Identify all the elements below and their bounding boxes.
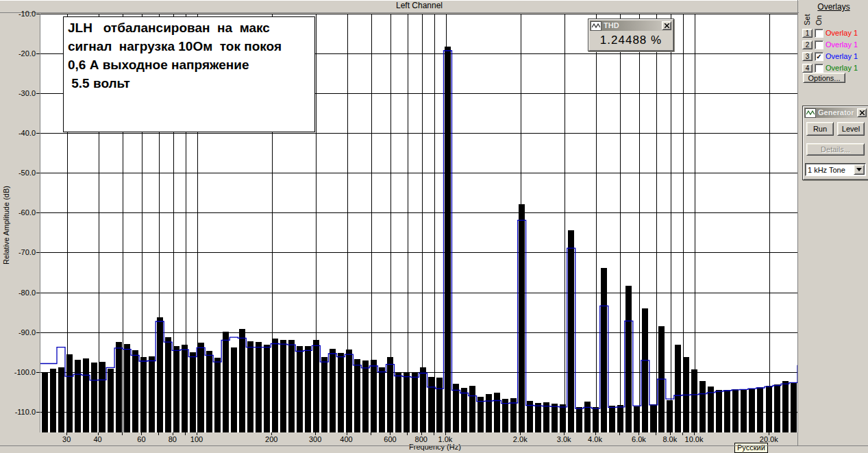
x-tick-mark — [185, 432, 186, 435]
y-tick-mark — [36, 252, 40, 253]
y-tick-mark — [36, 412, 40, 413]
y-tick-label: -20.0 — [7, 50, 36, 58]
generator-title-bar[interactable]: Generator — [804, 108, 867, 118]
thd-title-bar[interactable]: THD — [590, 21, 672, 31]
y-tick-mark — [36, 212, 40, 213]
x-tick-label: 3.0k — [557, 435, 571, 443]
generator-window: Generator Run Level Details... 1 kHz Ton… — [802, 106, 868, 180]
annotation-text-box: JLH отбалансирован на макс сигнал нагруз… — [63, 16, 315, 132]
overlay-set-button-3[interactable]: 3 — [802, 52, 813, 61]
overlay-row: 3✓Overlay 1 — [802, 51, 868, 61]
y-tick-label: -110.0 — [7, 408, 36, 416]
chevron-down-icon[interactable] — [854, 164, 865, 175]
channel-title: Left Channel — [356, 1, 443, 10]
y-tick-label: -30.0 — [7, 90, 36, 97]
thd-window-title: THD — [604, 21, 660, 30]
thd-value: 1.24488 % — [588, 32, 673, 49]
overlay-label: Overlay 1 — [826, 29, 858, 37]
overlay-row: 4Overlay 1 — [802, 63, 868, 73]
generator-window-title: Generator — [818, 108, 855, 117]
overlay-set-button-1[interactable]: 1 — [802, 29, 813, 38]
details-button[interactable]: Details... — [806, 143, 865, 156]
overlays-panel-title: Overlays — [799, 2, 868, 12]
overlay-set-button-2[interactable]: 2 — [802, 40, 813, 49]
overlay-label: Overlay 1 — [826, 52, 858, 60]
y-tick-label: -90.0 — [7, 329, 36, 336]
y-tick-label: -80.0 — [7, 289, 36, 297]
waveform-icon — [591, 21, 602, 31]
window-bottom-border — [0, 445, 868, 446]
waveform-icon — [805, 108, 816, 118]
level-button[interactable]: Level — [837, 122, 865, 136]
y-tick-mark — [36, 53, 40, 54]
y-tick-mark — [36, 332, 40, 333]
overlay-on-checkbox-4[interactable] — [815, 64, 823, 73]
y-tick-label: -70.0 — [7, 249, 36, 256]
language-tooltip: Русский — [734, 443, 768, 453]
x-axis-title: Frequency (Hz) — [384, 443, 486, 451]
overlay-row: 1Overlay 1 — [802, 28, 868, 38]
x-tick-mark — [122, 432, 123, 435]
overlay-on-checkbox-1[interactable] — [815, 29, 823, 38]
signal-select-value: 1 kHz Tone — [806, 166, 854, 174]
run-button[interactable]: Run — [806, 122, 834, 136]
y-axis-title: Relative Amplitude (dB) — [0, 206, 13, 219]
thd-window: THD 1.24488 % — [588, 19, 674, 51]
x-tick-mark — [434, 432, 434, 435]
x-tick-label: 10.0k — [685, 435, 704, 443]
overlays-col-on: On — [814, 11, 823, 29]
x-tick-label: 6.0k — [632, 435, 646, 443]
overlay-label: Overlay 1 — [826, 40, 858, 49]
overlay-on-checkbox-2[interactable] — [815, 40, 823, 49]
y-tick-mark — [36, 93, 40, 94]
x-tick-label: 2.0k — [513, 435, 528, 443]
y-tick-label: -40.0 — [7, 130, 36, 137]
x-tick-mark — [682, 432, 683, 435]
overlay-on-checkbox-3[interactable]: ✓ — [815, 52, 823, 61]
x-tick-label: 8.0k — [662, 435, 677, 443]
y-tick-label: -10.0 — [7, 10, 36, 18]
close-icon[interactable] — [857, 108, 867, 117]
close-icon[interactable] — [662, 21, 671, 30]
y-tick-mark — [36, 14, 40, 14]
overlays-col-set: Set — [802, 11, 812, 29]
channel-title-bar: Left Channel — [0, 0, 799, 13]
y-tick-label: -100.0 — [7, 369, 36, 376]
x-tick-label: 80 — [169, 435, 177, 443]
y-tick-mark — [36, 133, 40, 134]
x-tick-mark — [407, 432, 408, 435]
x-tick-label: 200 — [265, 435, 277, 443]
x-tick-label: 30 — [62, 435, 71, 443]
overlay-options-button[interactable]: Options... — [803, 73, 845, 83]
signal-select[interactable]: 1 kHz Tone — [805, 163, 866, 176]
x-tick-mark — [371, 432, 371, 435]
overlay-row: 2Overlay 1 — [802, 40, 868, 49]
plot-right-border — [797, 0, 798, 446]
x-tick-label: 60 — [137, 435, 145, 443]
x-tick-label: 100 — [190, 435, 203, 443]
x-tick-mark — [619, 432, 620, 435]
y-tick-mark — [36, 173, 40, 173]
overlay-set-button-4[interactable]: 4 — [802, 64, 813, 73]
x-tick-label: 400 — [340, 435, 352, 443]
x-tick-mark — [158, 432, 159, 435]
x-tick-label: 300 — [309, 435, 321, 443]
y-tick-label: -50.0 — [7, 169, 36, 177]
overlay-label: Overlay 1 — [826, 64, 858, 72]
y-tick-mark — [36, 293, 40, 293]
x-tick-label: 4.0k — [588, 435, 602, 443]
x-tick-mark — [656, 432, 656, 435]
x-tick-label: 40 — [93, 435, 101, 443]
y-tick-mark — [36, 372, 40, 373]
